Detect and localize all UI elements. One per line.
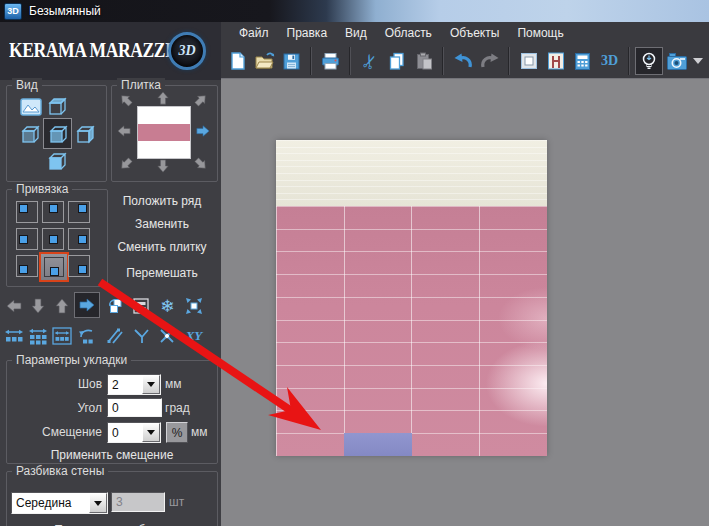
menu-view[interactable]: Вид bbox=[336, 25, 376, 41]
selected-tile[interactable] bbox=[344, 433, 412, 456]
lay-row-button[interactable]: Положить ряд bbox=[106, 191, 218, 211]
snap-bottom-left-button[interactable] bbox=[16, 255, 38, 277]
arrow-left-icon bbox=[117, 124, 131, 138]
wall-split-count-input: 3 bbox=[111, 492, 165, 512]
move-down-tool[interactable] bbox=[26, 293, 50, 319]
offset-percent-button[interactable]: % bbox=[166, 422, 188, 443]
wall-pink-tiles[interactable] bbox=[276, 206, 547, 456]
arrow-up-icon bbox=[156, 91, 170, 105]
menubar: Файл Правка Вид Область Объекты Помощь bbox=[221, 24, 573, 42]
chair-icon bbox=[546, 51, 566, 71]
view-front-button[interactable] bbox=[43, 118, 72, 149]
open-file-button[interactable] bbox=[251, 47, 278, 75]
calculator-icon bbox=[573, 52, 592, 71]
tile-move-up-right-button[interactable] bbox=[193, 92, 209, 108]
menu-area[interactable]: Область bbox=[376, 25, 441, 41]
copy-button[interactable] bbox=[383, 47, 410, 75]
snap-marker bbox=[19, 235, 28, 244]
wall-split-mode-combobox[interactable]: Середина bbox=[11, 492, 108, 514]
layout-params-group: Параметры укладки Шов 2 мм Угол 0 град С… bbox=[6, 360, 218, 464]
snap-middle-left-button[interactable] bbox=[16, 228, 38, 250]
apply-offset-button[interactable]: Применить смещение bbox=[7, 445, 217, 465]
junction-lines-tool[interactable] bbox=[129, 323, 153, 349]
tile-move-left-button[interactable] bbox=[116, 123, 132, 139]
canvas-viewport[interactable] bbox=[221, 78, 709, 526]
snap-top-center-button[interactable] bbox=[42, 201, 64, 223]
snap-middle-right-button[interactable] bbox=[68, 228, 90, 250]
cross-lines-tool[interactable] bbox=[155, 323, 179, 349]
save-button[interactable] bbox=[278, 47, 305, 75]
grid-offset-tool[interactable] bbox=[26, 323, 50, 349]
cross-lines-icon bbox=[158, 327, 176, 345]
move-right-tool-selected[interactable] bbox=[74, 292, 100, 318]
tile-move-right-button[interactable] bbox=[195, 123, 211, 139]
wall-split-dropdown-button[interactable] bbox=[89, 493, 107, 513]
tile-wall[interactable] bbox=[276, 140, 547, 456]
apply-wall-split-button[interactable]: Применить разбивку bbox=[7, 520, 217, 526]
snap-bottom-right-button[interactable] bbox=[68, 255, 90, 277]
menu-file[interactable]: Файл bbox=[230, 25, 278, 41]
tile-move-down-button[interactable] bbox=[155, 158, 171, 174]
3d-view-button[interactable]: 3D bbox=[596, 47, 623, 75]
undo-button[interactable] bbox=[449, 47, 476, 75]
screenshot-button[interactable] bbox=[663, 47, 690, 75]
replace-button[interactable]: Заменить bbox=[106, 214, 218, 234]
furniture-panel-button[interactable] bbox=[542, 47, 569, 75]
brand-logo: KERAMA MARAZZI bbox=[9, 39, 172, 62]
cut-button[interactable]: ✂ bbox=[356, 47, 383, 75]
parallel-lines-tool[interactable] bbox=[103, 323, 127, 349]
tile-move-down-left-button[interactable] bbox=[118, 156, 134, 172]
view-right-button[interactable] bbox=[73, 122, 97, 146]
print-button[interactable] bbox=[317, 47, 344, 75]
estimate-calculator-button[interactable] bbox=[569, 47, 596, 75]
menu-edit[interactable]: Правка bbox=[278, 25, 337, 41]
move-area-tool[interactable] bbox=[182, 293, 206, 319]
new-file-button[interactable] bbox=[224, 47, 251, 75]
offset-combobox[interactable]: 0 bbox=[107, 422, 161, 443]
redo-button[interactable] bbox=[476, 47, 503, 75]
tile-group: Плитка bbox=[111, 85, 218, 182]
arrow-down-icon bbox=[156, 159, 170, 173]
seam-dropdown-button[interactable] bbox=[142, 375, 160, 394]
expand-icon bbox=[185, 297, 203, 315]
snap-bottom-center-button-selected[interactable] bbox=[39, 252, 69, 282]
tile-move-down-right-button[interactable] bbox=[193, 156, 209, 172]
offset-dropdown-button[interactable] bbox=[142, 423, 160, 442]
rows-panel-tool[interactable] bbox=[129, 293, 153, 319]
paste-button[interactable] bbox=[410, 47, 437, 75]
snap-top-right-button[interactable] bbox=[68, 201, 90, 223]
view-photo-button[interactable] bbox=[19, 96, 43, 118]
view-left-button[interactable] bbox=[18, 122, 42, 146]
xy-axes-tool[interactable]: XY bbox=[182, 323, 206, 349]
curve-offset-tool[interactable] bbox=[74, 323, 98, 349]
move-left-tool[interactable] bbox=[2, 293, 26, 319]
arrow-down-left-icon bbox=[116, 154, 136, 174]
freeze-tool[interactable]: ❄ bbox=[155, 293, 179, 319]
materials-panel-button[interactable] bbox=[515, 47, 542, 75]
snap-top-left-button[interactable] bbox=[16, 201, 38, 223]
shuffle-button[interactable]: Перемешать bbox=[106, 263, 218, 283]
view-bottom-button[interactable] bbox=[45, 149, 69, 173]
copy-row-tool[interactable] bbox=[103, 293, 127, 319]
framed-offset-tool[interactable] bbox=[50, 323, 74, 349]
toolbar-separator bbox=[442, 47, 444, 75]
junction-lines-icon bbox=[132, 327, 150, 345]
snap-center-button[interactable] bbox=[42, 228, 64, 250]
screenshot-options-button[interactable] bbox=[690, 47, 706, 75]
view-top-button[interactable] bbox=[45, 94, 69, 118]
arrow-left-icon bbox=[6, 298, 22, 314]
row-offset-tool[interactable] bbox=[2, 323, 26, 349]
arrow-down-right-icon bbox=[191, 154, 211, 174]
tile-move-up-left-button[interactable] bbox=[118, 92, 134, 108]
change-tile-button[interactable]: Сменить плитку bbox=[106, 237, 218, 257]
menu-help[interactable]: Помощь bbox=[508, 25, 572, 41]
seam-combobox[interactable]: 2 bbox=[107, 374, 161, 395]
move-up-tool[interactable] bbox=[50, 293, 74, 319]
tile-move-up-button[interactable] bbox=[155, 90, 171, 106]
lighting-button[interactable] bbox=[635, 47, 663, 75]
wall-top-cream-tiles[interactable] bbox=[276, 140, 547, 206]
menu-objects[interactable]: Объекты bbox=[441, 25, 509, 41]
cube-left-icon bbox=[19, 123, 41, 145]
logo-area: KERAMA MARAZZI 3D bbox=[0, 22, 221, 80]
angle-input[interactable]: 0 bbox=[107, 398, 162, 417]
